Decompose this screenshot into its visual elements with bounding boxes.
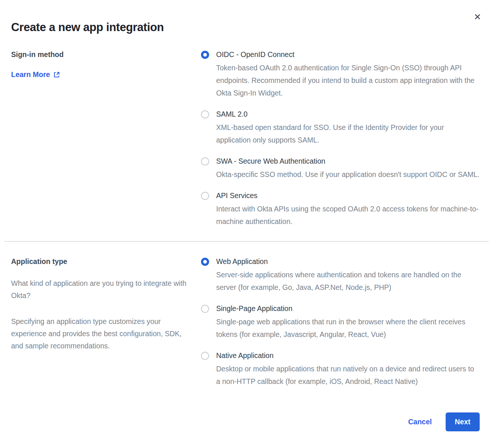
radio-option-web-application[interactable]: Web Application Server-side applications… (201, 257, 480, 294)
radio-option-swa[interactable]: SWA - Secure Web Authentication Okta-spe… (201, 157, 480, 181)
learn-more-link[interactable]: Learn More (11, 70, 60, 79)
radio-unselected-icon[interactable] (201, 192, 209, 200)
learn-more-label: Learn More (11, 70, 50, 79)
next-button[interactable]: Next (446, 412, 480, 431)
radio-option-api-services[interactable]: API Services Interact with Okta APIs usi… (201, 191, 480, 228)
radio-option-label[interactable]: SAML 2.0 (216, 110, 248, 118)
radio-option-description: XML-based open standard for SSO. Use if … (216, 121, 480, 146)
modal-footer: Cancel Next (408, 412, 480, 431)
radio-option-description: Okta-specific SSO method. Use if your ap… (216, 168, 480, 181)
application-type-section: Application type What kind of applicatio… (0, 242, 493, 388)
radio-unselected-icon[interactable] (201, 305, 209, 313)
radio-unselected-icon[interactable] (201, 352, 209, 360)
radio-unselected-icon[interactable] (201, 157, 209, 166)
cancel-button[interactable]: Cancel (408, 418, 432, 426)
radio-selected-icon[interactable] (201, 258, 209, 266)
signin-method-heading: Sign-in method (11, 50, 201, 59)
radio-option-label[interactable]: OIDC - OpenID Connect (216, 50, 294, 59)
radio-option-label[interactable]: Single-Page Application (216, 304, 292, 313)
radio-option-label[interactable]: Native Application (216, 351, 274, 360)
radio-option-description: Server-side applications where authentic… (216, 268, 480, 294)
radio-option-description: Interact with Okta APIs using the scoped… (216, 203, 480, 228)
application-type-note: Specifying an application type customize… (11, 315, 188, 352)
radio-option-label[interactable]: SWA - Secure Web Authentication (216, 157, 325, 166)
radio-option-saml[interactable]: SAML 2.0 XML-based open standard for SSO… (201, 110, 480, 146)
radio-selected-icon[interactable] (201, 51, 209, 59)
signin-method-section: Sign-in method Learn More OIDC - OpenID … (0, 34, 493, 228)
radio-option-label[interactable]: Web Application (216, 257, 268, 266)
radio-option-single-page-application[interactable]: Single-Page Application Single-page web … (201, 304, 480, 341)
application-type-intro: What kind of application are you trying … (11, 277, 188, 302)
radio-option-description: Desktop or mobile applications that run … (216, 362, 480, 388)
external-link-icon (53, 71, 60, 78)
radio-option-description: Single-page web applications that run in… (216, 315, 480, 341)
application-type-heading: Application type (11, 257, 201, 266)
radio-option-label[interactable]: API Services (216, 191, 258, 200)
radio-unselected-icon[interactable] (201, 110, 209, 118)
create-app-integration-modal: ✕ Create a new app integration Sign-in m… (0, 21, 493, 388)
radio-option-native-application[interactable]: Native Application Desktop or mobile app… (201, 351, 480, 388)
radio-option-description: Token-based OAuth 2.0 authentication for… (216, 61, 480, 99)
page-title: Create a new app integration (11, 21, 493, 34)
close-icon[interactable]: ✕ (474, 13, 481, 21)
radio-option-oidc[interactable]: OIDC - OpenID Connect Token-based OAuth … (201, 50, 480, 99)
